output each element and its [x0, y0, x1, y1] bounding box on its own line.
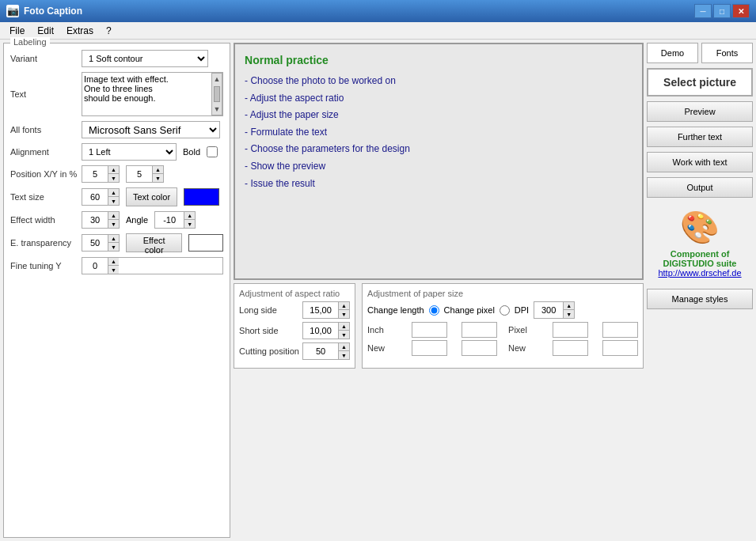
dpi-spinner[interactable]: ▲ ▼ — [534, 301, 575, 319]
new-pixel-input-2[interactable] — [602, 340, 638, 356]
short-side-down[interactable]: ▼ — [338, 331, 349, 339]
alignment-select[interactable]: 1 Left — [82, 143, 177, 161]
short-side-input[interactable] — [303, 323, 338, 339]
pixel-input-2[interactable] — [602, 322, 638, 338]
angle-down[interactable]: ▼ — [184, 220, 195, 228]
fine-tuning-row: Fine tuning Y ▲ ▼ — [10, 257, 223, 274]
text-color-swatch[interactable] — [184, 188, 219, 206]
app-icon: 📷 — [6, 5, 19, 17]
scroll-thumb[interactable] — [214, 86, 220, 102]
text-size-input[interactable] — [82, 189, 108, 205]
preview-title: Normal practice — [245, 54, 633, 66]
minimize-button[interactable]: ─ — [694, 4, 712, 18]
pos-y-input[interactable] — [127, 166, 152, 182]
pos-y-up[interactable]: ▲ — [152, 166, 163, 174]
cutting-position-input[interactable] — [303, 343, 338, 359]
demo-button[interactable]: Demo — [647, 43, 698, 63]
cutting-pos-down[interactable]: ▼ — [338, 351, 349, 359]
output-button[interactable]: Output — [647, 177, 753, 198]
dpi-input[interactable] — [534, 302, 563, 318]
menu-help[interactable]: ? — [100, 24, 118, 38]
effect-width-input[interactable] — [82, 212, 108, 228]
short-side-up[interactable]: ▲ — [338, 323, 349, 331]
fine-tuning-input[interactable] — [82, 258, 108, 274]
inch-input-2[interactable] — [462, 322, 497, 338]
short-side-row: Short side ▲ ▼ — [239, 322, 350, 339]
new-inch-input-2[interactable] — [462, 340, 497, 356]
short-side-spinner[interactable]: ▲ ▼ — [302, 322, 350, 339]
select-picture-button[interactable]: Select picture — [647, 68, 753, 96]
angle-input[interactable] — [155, 212, 184, 228]
change-pixel-radio[interactable] — [500, 305, 510, 316]
pos-x-down[interactable]: ▼ — [108, 174, 119, 182]
angle-label: Angle — [126, 215, 148, 225]
inch-input-1[interactable] — [412, 322, 447, 338]
preview-button[interactable]: Preview — [647, 101, 753, 122]
effect-color-swatch[interactable] — [188, 234, 223, 252]
long-side-down[interactable]: ▼ — [338, 310, 349, 318]
menu-extras[interactable]: Extras — [60, 24, 100, 38]
long-side-input[interactable] — [303, 302, 338, 318]
dpi-up[interactable]: ▲ — [563, 302, 574, 310]
transparency-input[interactable] — [82, 235, 108, 251]
logo-link[interactable]: http://www.drschef.de — [653, 268, 747, 278]
further-text-button[interactable]: Further text — [647, 127, 753, 147]
text-color-button[interactable]: Text color — [126, 187, 177, 206]
text-input[interactable]: Image text with effect. One to three lin… — [82, 73, 211, 112]
work-with-text-button[interactable]: Work with text — [647, 152, 753, 172]
transparency-spinner[interactable]: ▲ ▼ — [82, 234, 120, 252]
fine-tuning-spinner[interactable]: ▲ ▼ — [82, 257, 223, 274]
textarea-scrollbar[interactable]: ▲ ▼ — [211, 73, 222, 115]
change-length-radio[interactable] — [429, 305, 439, 316]
right-panel: Demo Fonts Select picture Preview Furthe… — [647, 43, 753, 538]
inch-label: Inch — [367, 325, 407, 335]
aspect-paper-row: Adjustment of aspect ratio Long side ▲ ▼… — [234, 283, 644, 369]
angle-up[interactable]: ▲ — [184, 212, 195, 220]
text-size-up[interactable]: ▲ — [108, 189, 119, 197]
close-button[interactable]: ✕ — [732, 4, 750, 18]
inch-row: Inch — [367, 322, 497, 338]
fine-tuning-down[interactable]: ▼ — [108, 266, 119, 274]
new-inch-input-1[interactable] — [412, 340, 447, 356]
paper-size-box: Adjustment of paper size Change length C… — [362, 283, 644, 369]
effect-width-up[interactable]: ▲ — [108, 212, 119, 220]
pos-y-down[interactable]: ▼ — [152, 174, 163, 182]
menu-edit[interactable]: Edit — [31, 24, 60, 38]
dpi-down[interactable]: ▼ — [563, 310, 574, 318]
effect-width-spinner[interactable]: ▲ ▼ — [82, 211, 120, 229]
new-pixel-input-1[interactable] — [553, 340, 588, 356]
text-size-down[interactable]: ▼ — [108, 197, 119, 205]
menu-file[interactable]: File — [3, 24, 31, 38]
transparency-down[interactable]: ▼ — [108, 243, 119, 251]
e-transparency-label: E. transparency — [10, 238, 82, 248]
top-buttons: Demo Fonts — [647, 43, 753, 63]
long-side-spinner[interactable]: ▲ ▼ — [302, 301, 350, 319]
variant-select[interactable]: 1 Soft contour — [82, 50, 208, 67]
pos-x-input[interactable] — [82, 166, 108, 182]
cutting-position-spinner[interactable]: ▲ ▼ — [302, 342, 350, 360]
main-content: Labeling Variant 1 Soft contour Text Ima… — [0, 40, 756, 541]
transparency-up[interactable]: ▲ — [108, 235, 119, 243]
fine-tuning-label: Fine tuning Y — [10, 261, 82, 270]
change-pixel-label: Change pixel — [444, 305, 495, 315]
fine-tuning-up[interactable]: ▲ — [108, 258, 119, 266]
pixel-input-1[interactable] — [553, 322, 588, 338]
scroll-up-btn[interactable]: ▲ — [212, 74, 222, 85]
variant-label: Variant — [10, 54, 82, 63]
pos-x-up[interactable]: ▲ — [108, 166, 119, 174]
pos-y-spinner[interactable]: ▲ ▼ — [126, 165, 164, 183]
long-side-up[interactable]: ▲ — [338, 302, 349, 310]
effect-color-button[interactable]: Effect color — [126, 233, 182, 252]
manage-styles-button[interactable]: Manage styles — [647, 289, 753, 309]
pos-x-spinner[interactable]: ▲ ▼ — [82, 165, 120, 183]
fonts-button[interactable]: Fonts — [701, 43, 753, 63]
angle-spinner[interactable]: ▲ ▼ — [154, 211, 196, 229]
text-size-spinner[interactable]: ▲ ▼ — [82, 188, 120, 206]
scroll-down-btn[interactable]: ▼ — [212, 104, 222, 115]
maximize-button[interactable]: □ — [713, 4, 731, 18]
font-select[interactable]: Microsoft Sans Serif — [82, 121, 220, 138]
cutting-pos-up[interactable]: ▲ — [338, 343, 349, 351]
preview-list: - Choose the photo to be worked on - Adj… — [245, 73, 633, 192]
bold-checkbox[interactable] — [207, 146, 218, 157]
effect-width-down[interactable]: ▼ — [108, 220, 119, 228]
